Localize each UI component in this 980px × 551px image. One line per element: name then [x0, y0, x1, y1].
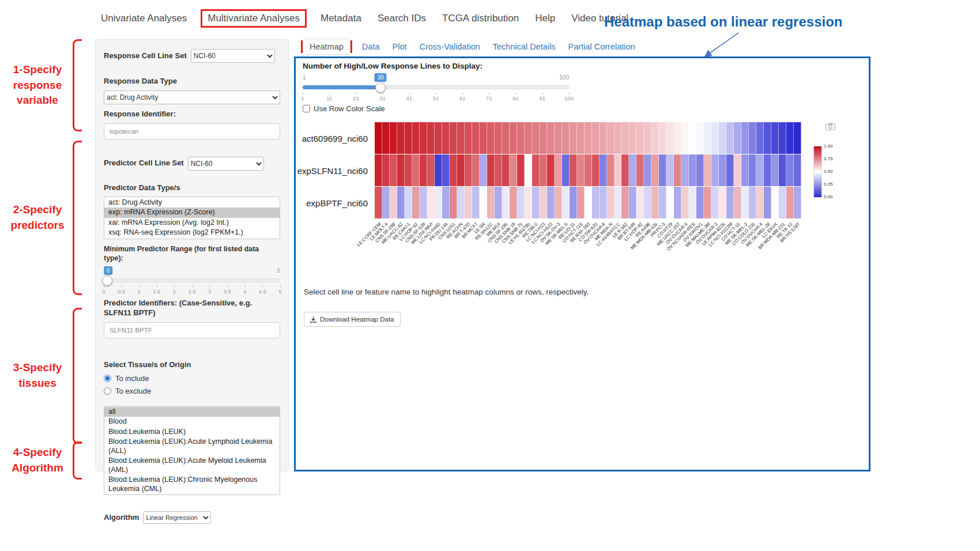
heatmap-cell[interactable]	[570, 154, 577, 186]
heatmap-cell[interactable]	[794, 122, 801, 154]
response-cell-line-set-select[interactable]: NCI-60	[191, 49, 275, 63]
heatmap-cell[interactable]	[636, 187, 644, 218]
nav-item-univariate-analyses[interactable]: Univariate Analyses	[101, 13, 187, 24]
heatmap-cell[interactable]	[689, 187, 696, 218]
heatmap-cell[interactable]	[472, 122, 480, 154]
heatmap-cell[interactable]	[794, 154, 801, 186]
heatmap-cell[interactable]	[689, 122, 696, 154]
heatmap-cell[interactable]	[465, 122, 472, 154]
heatmap-cell[interactable]	[502, 154, 510, 186]
heatmap-cell[interactable]	[420, 154, 427, 186]
heatmap-cell[interactable]	[375, 154, 382, 186]
tissue-radio-to-include[interactable]: To include	[104, 374, 280, 383]
heatmap-cell[interactable]	[390, 122, 397, 154]
heatmap-cell[interactable]	[450, 122, 457, 154]
heatmap-cell[interactable]	[405, 154, 412, 186]
heatmap-cell[interactable]	[517, 187, 525, 218]
heatmap-cell[interactable]	[741, 187, 749, 218]
heatmap-cell[interactable]	[375, 122, 382, 154]
heatmap-cell[interactable]	[450, 187, 457, 218]
heatmap-cell[interactable]	[756, 154, 764, 186]
heatmap-row-label[interactable]: act609699_nci60	[296, 122, 372, 154]
heatmap-cell[interactable]	[741, 122, 749, 154]
heatmap-cell[interactable]	[532, 187, 540, 218]
heatmap-cell[interactable]	[756, 122, 764, 154]
nav-item-tcga-distribution[interactable]: TCGA distribution	[442, 13, 519, 24]
nav-item-metadata[interactable]: Metadata	[321, 13, 361, 24]
heatmap-cell[interactable]	[666, 122, 674, 154]
heatmap-cell[interactable]	[472, 154, 480, 186]
heatmap-cell[interactable]	[465, 154, 472, 186]
heatmap-cell[interactable]	[472, 187, 480, 218]
heatmap-cell[interactable]	[577, 122, 585, 154]
heatmap-cell[interactable]	[442, 187, 450, 218]
camera-icon[interactable]	[826, 123, 835, 130]
heatmap-cell[interactable]	[726, 122, 734, 154]
slider-handle[interactable]	[375, 82, 386, 93]
heatmap-cell[interactable]	[577, 187, 585, 218]
heatmap-cell[interactable]	[547, 154, 555, 186]
heatmap-cell[interactable]	[786, 122, 794, 154]
heatmap-cell[interactable]	[764, 122, 771, 154]
heatmap-cell[interactable]	[585, 154, 592, 186]
heatmap-cell[interactable]	[442, 154, 450, 186]
heatmap-cell[interactable]	[495, 122, 502, 154]
heatmap-cell[interactable]	[480, 187, 487, 218]
heatmap-cell[interactable]	[487, 154, 495, 186]
heatmap-cell[interactable]	[749, 187, 756, 218]
heatmap-cell[interactable]	[711, 154, 719, 186]
list-option[interactable]: Blood:Leukemia (LEUK)	[104, 427, 280, 437]
heatmap-cell[interactable]	[711, 187, 719, 218]
heatmap-cell[interactable]	[629, 122, 636, 154]
heatmap-cell[interactable]	[636, 154, 644, 186]
heatmap-cell[interactable]	[681, 187, 689, 218]
download-heatmap-data-button[interactable]: Download Heatmap Data	[304, 312, 401, 327]
heatmap-cell[interactable]	[734, 122, 741, 154]
heatmap-cell[interactable]	[607, 187, 615, 218]
heatmap-cell[interactable]	[457, 154, 465, 186]
heatmap-cell[interactable]	[525, 154, 532, 186]
heatmap-cell[interactable]	[555, 154, 562, 186]
heatmap-cell[interactable]	[390, 154, 397, 186]
heatmap-cell[interactable]	[659, 154, 666, 186]
slider-handle[interactable]	[102, 276, 112, 286]
heatmap-row-label[interactable]: expBPTF_nci60	[296, 187, 372, 219]
list-option[interactable]: exp: mRNA Expression (Z-Score)	[104, 207, 280, 218]
heatmap-cell[interactable]	[674, 122, 681, 154]
heatmap-cell[interactable]	[764, 187, 771, 218]
heatmap-cell[interactable]	[487, 122, 495, 154]
heatmap-cell[interactable]	[480, 154, 487, 186]
heatmap-cell[interactable]	[570, 122, 577, 154]
list-option[interactable]: Blood:Leukemia (LEUK):Acute Myeloid Leuk…	[104, 456, 280, 475]
heatmap-cell[interactable]	[696, 122, 704, 154]
heatmap-cell[interactable]	[532, 122, 540, 154]
heatmap-cell[interactable]	[517, 122, 525, 154]
heatmap-cell[interactable]	[607, 122, 615, 154]
heatmap-cell[interactable]	[540, 187, 547, 218]
heatmap-cell[interactable]	[726, 154, 734, 186]
heatmap-cell[interactable]	[636, 122, 644, 154]
heatmap-cell[interactable]	[510, 122, 517, 154]
heatmap-cell[interactable]	[764, 154, 771, 186]
heatmap-cell[interactable]	[644, 154, 651, 186]
heatmap-cell[interactable]	[450, 154, 457, 186]
heatmap-cell[interactable]	[719, 187, 726, 218]
heatmap-cell[interactable]	[510, 187, 517, 218]
list-option[interactable]: all	[104, 407, 280, 417]
heatmap-cell[interactable]	[696, 154, 704, 186]
heatmap-cell[interactable]	[405, 122, 412, 154]
heatmap-cell[interactable]	[779, 187, 786, 218]
heatmap-cell[interactable]	[681, 154, 689, 186]
heatmap-cell[interactable]	[375, 187, 382, 218]
heatmap-cell[interactable]	[734, 187, 741, 218]
heatmap-cell[interactable]	[555, 122, 562, 154]
heatmap-cell[interactable]	[681, 122, 689, 154]
heatmap-cell[interactable]	[592, 122, 600, 154]
heatmap-cell[interactable]	[412, 154, 420, 186]
tab-heatmap[interactable]: Heatmap	[303, 39, 350, 55]
response-data-type-select[interactable]: act: Drug Activity	[104, 90, 280, 104]
heatmap-cell[interactable]	[771, 187, 779, 218]
heatmap-cell[interactable]	[397, 122, 405, 154]
heatmap-cell[interactable]	[487, 187, 495, 218]
heatmap-cell[interactable]	[562, 154, 570, 186]
